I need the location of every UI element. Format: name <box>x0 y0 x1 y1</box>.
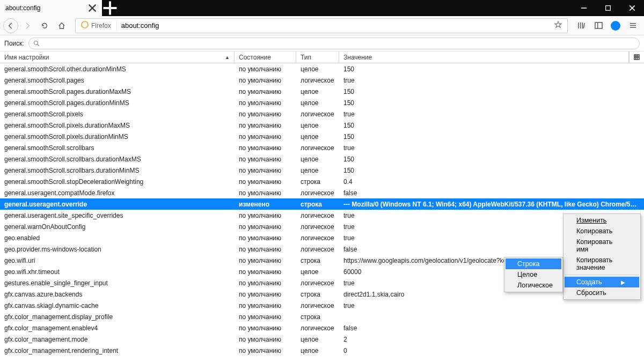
pref-row[interactable]: general.smoothScroll.scrollbarsпо умолча… <box>0 142 644 153</box>
sidebar-button[interactable] <box>590 18 606 34</box>
pref-name: general.smoothScroll.scrollbars.duration… <box>0 167 235 174</box>
pref-state: по умолчанию <box>235 77 296 84</box>
pref-row[interactable]: general.smoothScroll.pagesпо умолчаниюло… <box>0 75 644 86</box>
home-button[interactable] <box>54 18 70 34</box>
tab-close-icon[interactable] <box>88 4 97 12</box>
reload-button[interactable] <box>36 18 53 34</box>
pref-row[interactable]: general.smoothScroll.pixelsпо умолчаниюл… <box>0 108 644 120</box>
app-menu-button[interactable] <box>625 18 641 34</box>
pref-value: true <box>339 110 644 118</box>
pref-state: по умолчанию <box>235 110 296 118</box>
pref-value: false <box>339 324 644 332</box>
svg-rect-4 <box>634 55 639 60</box>
pref-value: false <box>339 189 644 197</box>
pref-table-body: general.smoothScroll.other.durationMinMS… <box>0 63 644 356</box>
pref-row[interactable]: gfx.canvas.skiagl.dynamic-cacheпо умолча… <box>0 300 644 311</box>
pref-row[interactable]: gfx.color_management.enablev4по умолчани… <box>0 322 644 334</box>
column-picker-icon[interactable] <box>629 51 644 63</box>
pref-value: 2 <box>339 336 644 343</box>
pref-row[interactable]: geo.enabledпо умолчаниюлогическоеtrue <box>0 232 644 243</box>
column-header-state[interactable]: Состояние <box>235 51 296 63</box>
ctx-create-string[interactable]: Строка <box>506 258 561 269</box>
pref-type: логическое <box>296 234 339 242</box>
pref-type: строка <box>296 257 339 264</box>
pref-row[interactable]: general.useragent.overrideизмененострока… <box>0 198 644 210</box>
forward-button[interactable] <box>19 18 35 34</box>
pref-value: 150 <box>339 156 644 163</box>
pref-state: по умолчанию <box>235 189 296 197</box>
ctx-separator <box>565 275 639 275</box>
new-tab-button[interactable] <box>102 0 118 16</box>
pref-type: строка <box>296 201 339 208</box>
pref-row[interactable]: gfx.color_management.modeпо умолчаниюцел… <box>0 334 644 345</box>
pref-name: general.smoothScroll.pages.durationMinMS <box>0 99 235 107</box>
pref-name: general.warnOnAboutConfig <box>0 223 235 231</box>
window-maximize-button[interactable] <box>596 0 620 16</box>
search-input[interactable] <box>28 38 640 49</box>
url-input[interactable] <box>117 21 549 29</box>
ctx-copy-value[interactable]: Копировать значение <box>565 255 639 273</box>
pref-name: gfx.color_management.display_profile <box>0 313 235 321</box>
pref-row[interactable]: general.smoothScroll.pixels.durationMaxM… <box>0 120 644 131</box>
ctx-reset[interactable]: Сбросить <box>565 287 639 298</box>
search-label: Поиск: <box>4 40 24 47</box>
identity-label: Firefox <box>91 22 111 29</box>
pref-row[interactable]: general.warnOnAboutConfigпо умолчаниюлог… <box>0 221 644 232</box>
window-close-button[interactable] <box>620 0 644 16</box>
pref-name: geo.provider.ms-windows-location <box>0 246 235 253</box>
pref-state: по умолчанию <box>235 178 296 186</box>
sort-asc-icon: ▲ <box>225 55 230 60</box>
column-header-name[interactable]: Имя настройки ▲ <box>0 51 235 63</box>
pref-row[interactable]: general.smoothScroll.scrollbars.duration… <box>0 165 644 176</box>
pref-row[interactable]: general.smoothScroll.pixels.durationMinM… <box>0 131 644 142</box>
pref-name: geo.wifi.xhr.timeout <box>0 268 235 276</box>
pref-state: по умолчанию <box>235 65 296 73</box>
pref-search-bar: Поиск: <box>0 35 644 51</box>
pref-state: по умолчанию <box>235 347 296 354</box>
url-bar[interactable]: Firefox <box>75 18 568 33</box>
window-minimize-button[interactable] <box>572 0 596 16</box>
pref-state: по умолчанию <box>235 133 296 141</box>
ctx-modify[interactable]: Изменить <box>565 215 639 226</box>
pref-row[interactable]: gfx.color_management.rendering_intentпо … <box>0 345 644 356</box>
ctx-create-boolean[interactable]: Логическое <box>506 280 561 291</box>
pref-row[interactable]: general.smoothScroll.pages.durationMaxMS… <box>0 86 644 97</box>
share-button[interactable] <box>608 18 624 34</box>
pref-row[interactable]: general.useragent.site_specific_override… <box>0 210 644 221</box>
pref-name: geo.enabled <box>0 234 235 242</box>
ctx-create[interactable]: Создать▶ <box>565 277 639 287</box>
back-button[interactable] <box>3 18 18 33</box>
window-titlebar: about:config <box>0 0 644 16</box>
pref-name: general.smoothScroll.stopDecelerationWei… <box>0 178 235 186</box>
bookmark-star-icon[interactable] <box>549 21 567 30</box>
pref-row[interactable]: general.useragent.compatMode.firefoxпо у… <box>0 187 644 198</box>
pref-row[interactable]: general.smoothScroll.pages.durationMinMS… <box>0 97 644 108</box>
ctx-create-integer[interactable]: Целое <box>506 269 561 280</box>
pref-state: по умолчанию <box>235 212 296 219</box>
column-header-value[interactable]: Значение <box>339 51 629 63</box>
pref-type: целое <box>296 347 339 354</box>
ctx-copy-name[interactable]: Копировать имя <box>565 237 639 255</box>
library-button[interactable] <box>573 18 589 34</box>
ctx-copy[interactable]: Копировать <box>565 226 639 237</box>
pref-name: general.smoothScroll.pixels.durationMaxM… <box>0 122 235 129</box>
svg-point-1 <box>82 21 88 28</box>
pref-row[interactable]: general.smoothScroll.scrollbars.duration… <box>0 153 644 165</box>
pref-name: general.smoothScroll.scrollbars.duration… <box>0 156 235 163</box>
pref-value: 150 <box>339 122 644 129</box>
pref-state: по умолчанию <box>235 144 296 152</box>
pref-name: gfx.canvas.azure.backends <box>0 291 235 298</box>
pref-row[interactable]: general.smoothScroll.other.durationMinMS… <box>0 63 644 75</box>
svg-point-3 <box>34 41 38 45</box>
browser-tab[interactable]: about:config <box>0 0 102 16</box>
identity-box[interactable]: Firefox <box>76 19 117 33</box>
svg-rect-2 <box>595 23 602 28</box>
pref-value: 150 <box>339 167 644 174</box>
pref-row[interactable]: geo.provider.ms-windows-locationпо умолч… <box>0 243 644 255</box>
pref-value: true <box>339 77 644 84</box>
column-header-type[interactable]: Тип <box>296 51 339 63</box>
pref-row[interactable]: gfx.color_management.display_profileпо у… <box>0 311 644 322</box>
pref-row[interactable]: general.smoothScroll.stopDecelerationWei… <box>0 176 644 187</box>
pref-name: general.useragent.site_specific_override… <box>0 212 235 219</box>
svg-rect-0 <box>605 6 610 11</box>
